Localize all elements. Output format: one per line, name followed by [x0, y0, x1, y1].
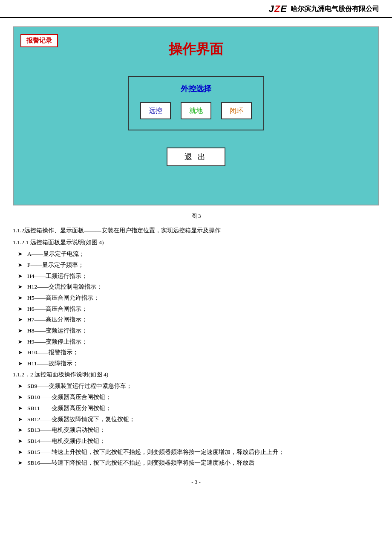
bullets-group-2: ➤ SB9——变频装置运行过程中紧急停车； ➤ SB10——变频器高压合闸按钮；…: [13, 381, 379, 468]
logo-e: E: [280, 3, 287, 14]
list-item: ➤ SB9——变频装置运行过程中紧急停车；: [18, 381, 379, 392]
list-item: ➤ H9——变频停止指示；: [18, 336, 379, 347]
bullet-arrow-icon: ➤: [18, 392, 26, 403]
list-item: ➤ H8——变频运行指示；: [18, 325, 379, 336]
list-item: ➤ SB13——电机变频启动按钮；: [18, 425, 379, 436]
bullet-arrow-icon: ➤: [18, 447, 26, 458]
company-name: 哈尔滨九洲电气股份有限公司: [291, 5, 379, 14]
list-item: ➤ H7——高压分闸指示；: [18, 314, 379, 325]
page-number: - 3 -: [13, 479, 379, 486]
bullet-text: H11——故障指示；: [27, 358, 379, 369]
list-item: ➤ H5——高压合闸允许指示；: [18, 292, 379, 304]
company-logo: JZE 哈尔滨九洲电气股份有限公司: [269, 3, 379, 14]
exit-button-wrap: 退 出: [22, 147, 370, 166]
bullet-text: H5——高压合闸允许指示；: [27, 292, 379, 304]
bullet-text: F——显示定子频率；: [27, 260, 379, 271]
bullet-arrow-icon: ➤: [18, 293, 26, 304]
bullet-arrow-icon: ➤: [18, 282, 26, 292]
section-main-title: 1.1.2远控箱操作、显示面板———安装在用户指定位置，实现远控箱显示及操作: [13, 225, 379, 236]
bullet-text: H7——高压分闸指示；: [27, 314, 379, 325]
bullet-text: H8——变频运行指示；: [27, 325, 379, 336]
logo-j: J: [269, 3, 274, 14]
section-sub-title2: 1.1.2．2 远控箱面板操作说明(如图 4): [13, 369, 379, 380]
bullets-group-1: ➤ A——显示定子电流； ➤ F——显示定子频率； ➤ H4——工频运行指示； …: [13, 249, 379, 369]
list-item: ➤ SB11——变频器高压分闸按钮；: [18, 403, 379, 414]
list-item: ➤ H11——故障指示；: [18, 358, 379, 369]
page-header: JZE 哈尔滨九洲电气股份有限公司: [0, 0, 392, 18]
figure-label: 图 3: [13, 212, 379, 220]
bullet-text: SB15——转速上升按钮，按下此按钮不抬起，则变频器频率将按一定速度增加，释放后…: [27, 447, 379, 458]
local-control-button[interactable]: 就地: [181, 102, 211, 119]
bullet-arrow-icon: ➤: [18, 337, 26, 347]
bullet-arrow-icon: ➤: [18, 381, 26, 392]
logo-z: Z: [274, 3, 280, 14]
bullet-arrow-icon: ➤: [18, 425, 26, 436]
bullet-arrow-icon: ➤: [18, 249, 26, 260]
bullet-arrow-icon: ➤: [18, 458, 26, 468]
bullet-arrow-icon: ➤: [18, 271, 26, 282]
list-item: ➤ SB14——电机变频停止按钮；: [18, 436, 379, 447]
bullet-text: H12——交流控制电源指示；: [27, 281, 379, 292]
bullet-arrow-icon: ➤: [18, 436, 26, 447]
list-item: ➤ H10——报警指示；: [18, 347, 379, 358]
list-item: ➤ SB16——转速下降按钮，按下此按钮不抬起，则变频器频率将按一定速度减小，释…: [18, 457, 379, 468]
remote-control-button[interactable]: 远控: [140, 102, 171, 119]
operation-panel: 报警记录 操作界面 外控选择 远控 就地 闭环 退 出: [13, 26, 379, 205]
bullet-text: A——显示定子电流；: [27, 249, 379, 260]
bullet-arrow-icon: ➤: [18, 260, 26, 271]
alert-record-button[interactable]: 报警记录: [20, 34, 58, 47]
list-item: ➤ SB10——变频器高压合闸按钮；: [18, 392, 379, 403]
bullet-arrow-icon: ➤: [18, 347, 26, 358]
bullet-arrow-icon: ➤: [18, 403, 26, 414]
bullet-text: SB12——变频器故障情况下，复位按钮；: [27, 414, 379, 425]
control-buttons-group: 远控 就地 闭环: [137, 102, 255, 119]
bullet-arrow-icon: ➤: [18, 304, 26, 315]
bullet-text: H9——变频停止指示；: [27, 336, 379, 347]
list-item: ➤ A——显示定子电流；: [18, 249, 379, 260]
bullet-text: SB13——电机变频启动按钮；: [27, 425, 379, 436]
bullet-arrow-icon: ➤: [18, 358, 26, 369]
bullet-text: SB16——转速下降按钮，按下此按钮不抬起，则变频器频率将按一定速度减小，释放后: [27, 457, 379, 468]
main-content: 报警记录 操作界面 外控选择 远控 就地 闭环 退 出 图 3 1.1.2远控箱…: [0, 18, 392, 494]
document-section: 1.1.2远控箱操作、显示面板———安装在用户指定位置，实现远控箱显示及操作 1…: [13, 225, 379, 468]
list-item: ➤ H12——交流控制电源指示；: [18, 281, 379, 292]
logo-text: JZE: [269, 3, 287, 14]
bullet-text: SB10——变频器高压合闸按钮；: [27, 392, 379, 403]
bullet-text: H10——报警指示；: [27, 347, 379, 358]
list-item: ➤ F——显示定子频率；: [18, 260, 379, 271]
bullet-arrow-icon: ➤: [18, 326, 26, 336]
bullet-text: SB11——变频器高压分闸按钮；: [27, 403, 379, 414]
list-item: ➤ H6——高压合闸指示；: [18, 304, 379, 315]
bullet-text: H6——高压合闸指示；: [27, 304, 379, 315]
bullet-text: H4——工频运行指示；: [27, 271, 379, 282]
control-selection-box: 外控选择 远控 就地 闭环: [128, 76, 264, 130]
control-selection-title: 外控选择: [137, 84, 255, 94]
bullet-arrow-icon: ➤: [18, 414, 26, 425]
section-sub-title1: 1.1.2.1 远控箱面板显示说明(如图 4): [13, 237, 379, 248]
list-item: ➤ SB12——变频器故障情况下，复位按钮；: [18, 414, 379, 425]
bullet-text: SB14——电机变频停止按钮；: [27, 436, 379, 447]
bullet-arrow-icon: ➤: [18, 315, 26, 325]
list-item: ➤ SB15——转速上升按钮，按下此按钮不抬起，则变频器频率将按一定速度增加，释…: [18, 447, 379, 458]
bullet-text: SB9——变频装置运行过程中紧急停车；: [27, 381, 379, 392]
closed-loop-button[interactable]: 闭环: [221, 102, 252, 119]
exit-button[interactable]: 退 出: [167, 147, 225, 166]
list-item: ➤ H4——工频运行指示；: [18, 271, 379, 282]
operation-title: 操作界面: [22, 40, 370, 59]
